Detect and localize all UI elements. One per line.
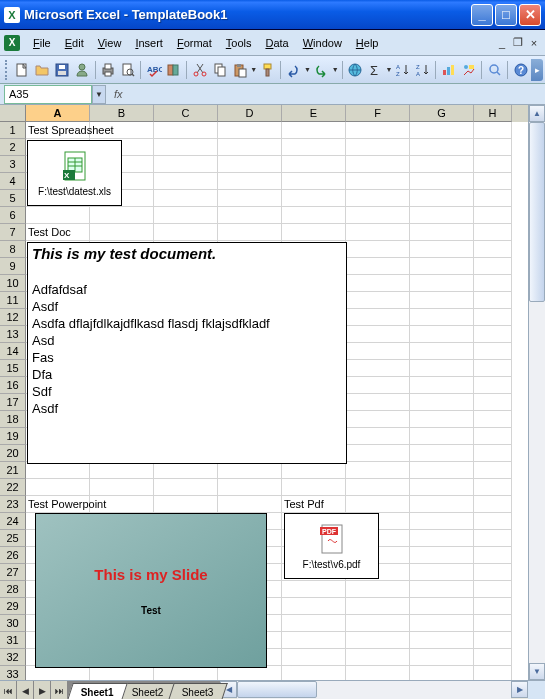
sort-asc-button[interactable]: AZ [394, 59, 413, 81]
toolbar-options-button[interactable]: ▸ [531, 59, 543, 81]
cell-H20[interactable] [474, 445, 512, 462]
cell-F30[interactable] [346, 615, 410, 632]
hscroll-thumb[interactable] [237, 681, 317, 698]
cell-C2[interactable] [154, 139, 218, 156]
cell-E23[interactable]: Test Pdf [282, 496, 346, 513]
embedded-xls-object[interactable]: X F:\test\datest.xls [27, 140, 122, 206]
cell-G21[interactable] [410, 462, 474, 479]
row-header-5[interactable]: 5 [0, 190, 26, 207]
cell-G3[interactable] [410, 156, 474, 173]
cell-A33[interactable] [26, 666, 90, 680]
cell-B22[interactable] [90, 479, 154, 496]
tab-nav-last[interactable]: ⏭ [51, 681, 68, 699]
paste-button[interactable] [230, 59, 249, 81]
name-box-dropdown[interactable]: ▼ [92, 85, 106, 104]
embedded-pdf-object[interactable]: PDF F:\test\v6.pdf [284, 513, 379, 579]
cell-E2[interactable] [282, 139, 346, 156]
save-button[interactable] [53, 59, 72, 81]
cell-F12[interactable] [346, 309, 410, 326]
cell-G22[interactable] [410, 479, 474, 496]
cell-H26[interactable] [474, 547, 512, 564]
menu-insert[interactable]: Insert [128, 34, 170, 52]
cell-F20[interactable] [346, 445, 410, 462]
cell-H5[interactable] [474, 190, 512, 207]
cell-E21[interactable] [282, 462, 346, 479]
hyperlink-button[interactable] [346, 59, 365, 81]
row-header-18[interactable]: 18 [0, 411, 26, 428]
row-header-2[interactable]: 2 [0, 139, 26, 156]
cell-G31[interactable] [410, 632, 474, 649]
cell-B6[interactable] [90, 207, 154, 224]
cell-G9[interactable] [410, 258, 474, 275]
cell-H28[interactable] [474, 581, 512, 598]
cell-G6[interactable] [410, 207, 474, 224]
undo-dropdown[interactable]: ▼ [304, 59, 311, 81]
cell-H21[interactable] [474, 462, 512, 479]
menu-edit[interactable]: Edit [58, 34, 91, 52]
cell-G20[interactable] [410, 445, 474, 462]
row-header-21[interactable]: 21 [0, 462, 26, 479]
row-header-16[interactable]: 16 [0, 377, 26, 394]
cell-G1[interactable] [410, 122, 474, 139]
cell-F16[interactable] [346, 377, 410, 394]
cell-E31[interactable] [282, 632, 346, 649]
cell-G4[interactable] [410, 173, 474, 190]
row-header-27[interactable]: 27 [0, 564, 26, 581]
cell-H11[interactable] [474, 292, 512, 309]
col-header-H[interactable]: H [474, 105, 512, 122]
cell-G18[interactable] [410, 411, 474, 428]
cell-C21[interactable] [154, 462, 218, 479]
col-header-G[interactable]: G [410, 105, 474, 122]
cell-F1[interactable] [346, 122, 410, 139]
cell-E29[interactable] [282, 598, 346, 615]
research-button[interactable] [164, 59, 183, 81]
cell-D22[interactable] [218, 479, 282, 496]
cell-E33[interactable] [282, 666, 346, 680]
cell-F14[interactable] [346, 343, 410, 360]
cell-E28[interactable] [282, 581, 346, 598]
cell-D5[interactable] [218, 190, 282, 207]
cell-D2[interactable] [218, 139, 282, 156]
vscroll-thumb[interactable] [529, 122, 545, 302]
row-header-17[interactable]: 17 [0, 394, 26, 411]
tab-nav-next[interactable]: ▶ [34, 681, 51, 699]
cell-D3[interactable] [218, 156, 282, 173]
workbook-icon[interactable]: X [4, 35, 20, 51]
format-painter-button[interactable] [258, 59, 277, 81]
cell-H8[interactable] [474, 241, 512, 258]
name-box[interactable]: A35 [4, 85, 92, 104]
cell-G32[interactable] [410, 649, 474, 666]
cell-A7[interactable]: Test Doc [26, 224, 90, 241]
cell-F3[interactable] [346, 156, 410, 173]
cell-C1[interactable] [154, 122, 218, 139]
mdi-close-button[interactable]: × [527, 36, 541, 50]
cell-G10[interactable] [410, 275, 474, 292]
cell-A6[interactable] [26, 207, 90, 224]
embedded-doc-object[interactable]: This is my test document. AdfafdsafAsdfA… [27, 242, 347, 464]
cell-G8[interactable] [410, 241, 474, 258]
print-button[interactable] [99, 59, 118, 81]
cell-F13[interactable] [346, 326, 410, 343]
cell-H27[interactable] [474, 564, 512, 581]
cell-H3[interactable] [474, 156, 512, 173]
minimize-button[interactable]: _ [471, 4, 493, 26]
cell-D6[interactable] [218, 207, 282, 224]
cell-H13[interactable] [474, 326, 512, 343]
row-header-23[interactable]: 23 [0, 496, 26, 513]
row-header-25[interactable]: 25 [0, 530, 26, 547]
row-header-15[interactable]: 15 [0, 360, 26, 377]
cell-G7[interactable] [410, 224, 474, 241]
cell-G17[interactable] [410, 394, 474, 411]
cell-C22[interactable] [154, 479, 218, 496]
row-header-32[interactable]: 32 [0, 649, 26, 666]
chart-wizard-button[interactable] [439, 59, 458, 81]
row-header-31[interactable]: 31 [0, 632, 26, 649]
embedded-ppt-object[interactable]: This is my Slide Test [35, 513, 267, 668]
cell-F32[interactable] [346, 649, 410, 666]
cell-F6[interactable] [346, 207, 410, 224]
cell-F10[interactable] [346, 275, 410, 292]
mdi-restore-button[interactable]: ❐ [511, 36, 525, 50]
cell-B33[interactable] [90, 666, 154, 680]
paste-dropdown[interactable]: ▼ [250, 59, 257, 81]
undo-button[interactable] [284, 59, 303, 81]
